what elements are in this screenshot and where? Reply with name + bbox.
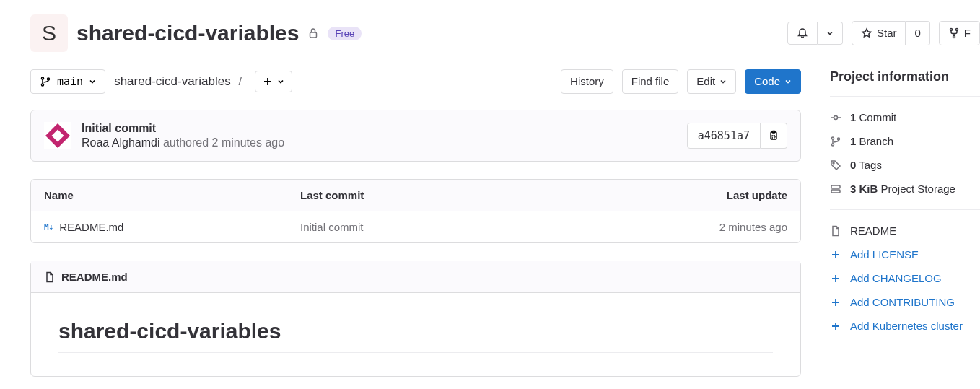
storage-label: Project Storage: [881, 183, 955, 195]
add-license-label: Add LICENSE: [850, 248, 919, 261]
document-icon: [44, 271, 56, 283]
sidebar: Project information 1 Commit: [830, 69, 980, 338]
author-avatar: [44, 122, 71, 149]
svg-point-16: [833, 162, 834, 164]
file-commit: Initial commit: [300, 221, 643, 233]
svg-point-13: [832, 137, 834, 139]
add-button[interactable]: [255, 71, 292, 92]
repo-toolbar: main shared-cicd-variables /: [30, 69, 801, 94]
clipboard-icon: [768, 130, 779, 141]
chevron-down-icon: [277, 78, 284, 85]
authored-word: authored: [163, 136, 209, 149]
svg-rect-0: [310, 32, 317, 38]
file-name: README.md: [59, 221, 123, 233]
col-name-header: Name: [44, 189, 300, 201]
notifications-dropdown[interactable]: [818, 22, 843, 45]
breadcrumb-separator: /: [238, 74, 242, 88]
commit-sha[interactable]: a46851a7: [687, 123, 761, 149]
branch-selector[interactable]: main: [30, 69, 105, 94]
readme-heading: shared-cicd-variables: [58, 319, 773, 353]
sidebar-add-kubernetes[interactable]: Add Kubernetes cluster: [830, 314, 980, 338]
code-label: Code: [754, 75, 780, 88]
commits-label: Commit: [859, 111, 897, 123]
col-commit-header: Last commit: [300, 189, 643, 201]
plus-icon: [830, 250, 841, 260]
sidebar-readme-link[interactable]: README: [830, 219, 980, 242]
fork-label: F: [964, 27, 971, 40]
sidebar-add-contributing[interactable]: Add CONTRIBUTING: [830, 290, 980, 314]
commit-sha-group: a46851a7: [687, 123, 787, 149]
star-label: Star: [877, 27, 897, 40]
add-changelog-label: Add CHANGELOG: [850, 272, 942, 284]
repo-header: S shared-cicd-variables Free: [30, 14, 980, 52]
star-icon: [861, 27, 872, 39]
edit-button[interactable]: Edit: [687, 69, 736, 94]
storage-count: 3 KiB: [850, 183, 878, 195]
notifications-button-group: [787, 22, 843, 45]
svg-rect-17: [831, 185, 840, 188]
svg-point-12: [834, 115, 838, 119]
star-button[interactable]: Star: [852, 21, 906, 45]
repo-title: shared-cicd-variables: [76, 21, 299, 45]
storage-icon: [830, 183, 841, 195]
file-table-head: Name Last commit Last update: [31, 180, 800, 211]
latest-commit-card: Initial commit Roaa Alghamdi authored 2 …: [30, 110, 801, 162]
branch-icon: [830, 136, 841, 147]
branches-count: 1: [850, 135, 856, 147]
commit-time: 2 minutes ago: [212, 136, 285, 149]
history-button[interactable]: History: [561, 69, 613, 94]
readme-card: README.md shared-cicd-variables: [30, 261, 801, 377]
readme-link-label: README: [850, 224, 896, 237]
readme-header: README.md: [31, 261, 800, 293]
readme-filename: README.md: [61, 271, 128, 283]
project-avatar: S: [30, 14, 68, 52]
code-button[interactable]: Code: [745, 69, 801, 94]
add-contributing-label: Add CONTRIBUTING: [850, 296, 955, 308]
tags-count: 0: [850, 159, 856, 171]
readme-body: shared-cicd-variables: [31, 293, 800, 376]
star-count[interactable]: 0: [906, 21, 929, 45]
commit-author[interactable]: Roaa Alghamdi: [82, 136, 160, 149]
chevron-down-icon: [826, 30, 834, 37]
plus-icon: [830, 321, 841, 331]
fork-icon: [948, 27, 960, 39]
sidebar-branches[interactable]: 1 Branch: [830, 129, 980, 153]
svg-point-4: [42, 77, 44, 79]
plus-icon: [263, 77, 273, 87]
chevron-down-icon: [784, 78, 792, 85]
commit-icon: [830, 112, 841, 123]
svg-point-14: [832, 144, 834, 146]
document-icon: [830, 225, 841, 237]
find-file-button[interactable]: Find file: [622, 69, 679, 94]
bell-icon: [797, 27, 808, 39]
breadcrumb-root[interactable]: shared-cicd-variables: [114, 74, 231, 88]
branches-label: Branch: [859, 135, 894, 147]
breadcrumb: shared-cicd-variables /: [114, 74, 246, 89]
sidebar-add-license[interactable]: Add LICENSE: [830, 242, 980, 266]
fork-button[interactable]: F: [939, 21, 980, 45]
sidebar-tags[interactable]: 0 Tags: [830, 153, 980, 177]
svg-point-3: [953, 36, 955, 38]
file-table: Name Last commit Last update M↓ README.m…: [30, 179, 801, 243]
branch-name: main: [57, 75, 83, 88]
table-row[interactable]: M↓ README.md Initial commit 2 minutes ag…: [31, 211, 800, 242]
plus-icon: [830, 274, 841, 284]
sidebar-add-changelog[interactable]: Add CHANGELOG: [830, 266, 980, 290]
copy-sha-button[interactable]: [761, 123, 787, 149]
commit-title[interactable]: Initial commit: [82, 122, 677, 135]
commit-meta: Roaa Alghamdi authored 2 minutes ago: [82, 136, 677, 149]
sidebar-storage[interactable]: 3 KiB Project Storage: [830, 177, 980, 201]
plus-icon: [830, 297, 841, 307]
svg-point-2: [955, 29, 958, 31]
sidebar-commits[interactable]: 1 Commit: [830, 105, 980, 129]
col-update-header: Last update: [643, 189, 787, 201]
chevron-down-icon: [719, 78, 727, 85]
svg-point-15: [838, 138, 840, 140]
branch-icon: [40, 76, 51, 87]
notifications-button[interactable]: [787, 22, 818, 45]
svg-point-6: [48, 78, 50, 80]
plan-badge: Free: [328, 27, 362, 40]
svg-point-5: [42, 84, 44, 86]
star-button-group: Star 0: [852, 21, 930, 45]
chevron-down-icon: [89, 78, 96, 85]
